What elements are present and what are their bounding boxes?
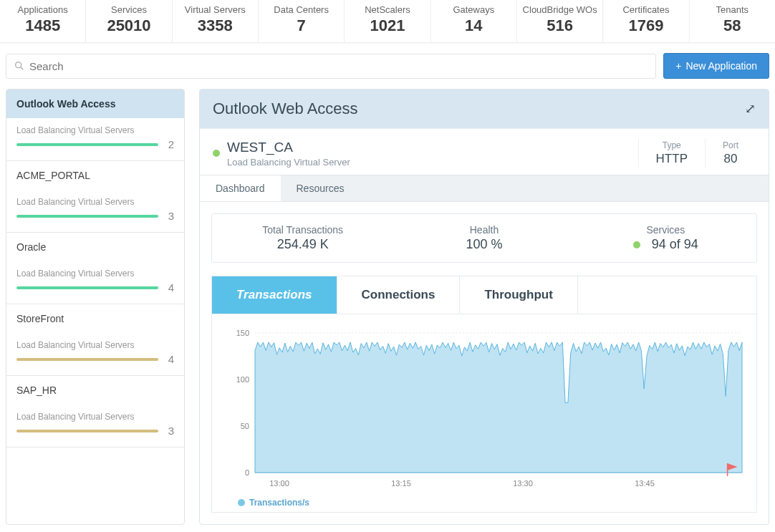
virtual-server-info: WEST_CA Load Balancing Virtual Server <box>227 140 350 168</box>
summary-services: Services 94 of 94 <box>575 224 756 252</box>
virtual-server-meta: Type HTTP Port 80 <box>638 139 756 168</box>
sidebar-item-subtitle: Load Balancing Virtual Servers <box>16 197 174 207</box>
expand-icon[interactable]: ⤢ <box>745 101 756 117</box>
sidebar-item-subtitle: Load Balancing Virtual Servers <box>16 340 174 350</box>
search-input[interactable] <box>25 60 648 72</box>
sidebar-item-storefront[interactable]: StoreFrontLoad Balancing Virtual Servers… <box>6 304 184 376</box>
sidebar-item-count: 3 <box>164 425 174 437</box>
graph-tab-connections[interactable]: Connections <box>337 276 461 314</box>
application-panel: Outlook Web Access ⤢ WEST_CA Load Balanc… <box>199 89 769 525</box>
stat-tenants[interactable]: Tenants58 <box>690 0 775 42</box>
sidebar-item-title: Outlook Web Access <box>6 90 184 118</box>
svg-text:150: 150 <box>236 329 249 337</box>
main: Outlook Web Access ⤢ WEST_CA Load Balanc… <box>199 89 769 525</box>
sidebar-item-title: ACME_PORTAL <box>6 161 184 190</box>
vs-port: Port 80 <box>705 139 756 168</box>
svg-text:13:15: 13:15 <box>391 479 411 488</box>
stat-netscalers[interactable]: NetScalers1021 <box>345 0 430 42</box>
sidebar-item-oracle[interactable]: OracleLoad Balancing Virtual Servers4 <box>6 233 184 304</box>
graph-tabs: Transactions Connections Throughput <box>211 276 757 314</box>
stat-applications[interactable]: Applications1485 <box>0 0 86 42</box>
sidebar-item-sap-hr[interactable]: SAP_HRLoad Balancing Virtual Servers3 <box>6 376 184 448</box>
summary-health: Health 100 % <box>393 224 574 252</box>
legend-dot-icon <box>238 499 245 506</box>
svg-point-0 <box>16 62 21 68</box>
panel-body: Total Transactions 254.49 K Health 100 %… <box>200 202 769 524</box>
status-dot-icon <box>633 241 640 248</box>
progress-bar <box>16 286 158 289</box>
new-application-label: New Application <box>685 60 757 72</box>
applications-sidebar: Outlook Web AccessLoad Balancing Virtual… <box>6 89 185 525</box>
panel-tabs: Dashboard Resources <box>200 175 769 202</box>
stat-data-centers[interactable]: Data Centers7 <box>259 0 345 42</box>
stat-virtual-servers[interactable]: Virtual Servers3358 <box>173 0 259 42</box>
svg-text:0: 0 <box>245 468 249 477</box>
stats-row: Applications1485Services25010Virtual Ser… <box>0 0 775 43</box>
transactions-chart: 05010015013:0013:1513:3013:45 <box>219 326 749 490</box>
sidebar-item-count: 4 <box>164 281 174 294</box>
stat-services[interactable]: Services25010 <box>86 0 172 42</box>
svg-text:13:30: 13:30 <box>513 479 533 488</box>
graph-tab-transactions[interactable]: Transactions <box>212 276 337 314</box>
panel-header: Outlook Web Access ⤢ <box>200 90 769 128</box>
stat-certificates[interactable]: Certificates1769 <box>603 0 689 42</box>
svg-text:50: 50 <box>241 422 249 430</box>
sidebar-item-acme-portal[interactable]: ACME_PORTALLoad Balancing Virtual Server… <box>6 161 184 233</box>
new-application-button[interactable]: + New Application <box>663 53 769 79</box>
svg-line-1 <box>21 67 23 69</box>
svg-text:13:45: 13:45 <box>635 479 655 488</box>
progress-bar <box>16 215 158 218</box>
progress-bar <box>16 143 158 146</box>
status-dot-icon <box>213 150 220 157</box>
sidebar-item-title: Oracle <box>6 233 184 261</box>
sidebar-item-outlook-web-access[interactable]: Outlook Web AccessLoad Balancing Virtual… <box>6 90 184 161</box>
sidebar-item-subtitle: Load Balancing Virtual Servers <box>16 412 174 422</box>
graph-tab-throughput[interactable]: Throughput <box>460 276 577 314</box>
tab-resources[interactable]: Resources <box>281 175 360 201</box>
legend-label: Transactions/s <box>249 498 309 508</box>
tab-dashboard[interactable]: Dashboard <box>200 175 281 201</box>
search-box[interactable] <box>6 54 656 79</box>
search-icon <box>14 60 25 72</box>
virtual-server-subtitle: Load Balancing Virtual Server <box>227 157 350 168</box>
progress-bar <box>16 358 158 361</box>
sidebar-item-count: 4 <box>164 353 174 365</box>
svg-text:13:00: 13:00 <box>269 479 289 488</box>
virtual-server-row: WEST_CA Load Balancing Virtual Server Ty… <box>200 128 769 175</box>
sidebar-item-subtitle: Load Balancing Virtual Servers <box>16 125 174 135</box>
sidebar-item-count: 3 <box>164 210 174 222</box>
sidebar-item-title: SAP_HR <box>6 376 184 405</box>
plus-icon: + <box>675 60 681 72</box>
stat-gateways[interactable]: Gateways14 <box>431 0 517 42</box>
summary-box: Total Transactions 254.49 K Health 100 %… <box>211 213 757 263</box>
sidebar-item-subtitle: Load Balancing Virtual Servers <box>16 269 174 279</box>
svg-text:100: 100 <box>236 375 249 384</box>
progress-bar <box>16 430 158 432</box>
content: Outlook Web AccessLoad Balancing Virtual… <box>0 89 775 531</box>
toolbar: + New Application <box>0 43 775 89</box>
summary-total: Total Transactions 254.49 K <box>212 224 393 252</box>
panel-title: Outlook Web Access <box>213 100 358 118</box>
chart-container: 05010015013:0013:1513:3013:45 Transactio… <box>211 314 757 513</box>
stat-cloudbridge-wos[interactable]: CloudBridge WOs516 <box>517 0 603 42</box>
chart-legend: Transactions/s <box>219 498 749 508</box>
sidebar-item-title: StoreFront <box>6 304 184 333</box>
vs-type: Type HTTP <box>638 139 705 168</box>
virtual-server-name: WEST_CA <box>227 140 350 155</box>
sidebar-item-count: 2 <box>164 138 174 150</box>
